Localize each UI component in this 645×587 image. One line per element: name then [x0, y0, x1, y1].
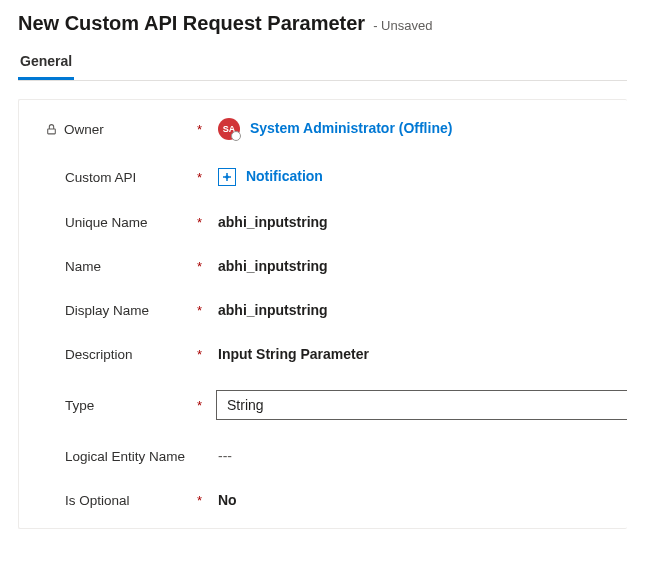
label-type: Type *: [33, 398, 216, 413]
entity-icon: [218, 168, 236, 186]
row-is-optional: Is Optional * No: [33, 492, 613, 508]
svg-point-1: [226, 176, 228, 178]
avatar: SA: [218, 118, 240, 140]
required-indicator: *: [197, 347, 202, 362]
is-optional-field[interactable]: No: [216, 492, 613, 508]
name-field[interactable]: abhi_inputstring: [216, 258, 613, 274]
page-header: New Custom API Request Parameter - Unsav…: [18, 12, 627, 35]
label-description: Description *: [33, 347, 216, 362]
owner-link[interactable]: System Administrator (Offline): [250, 120, 453, 136]
row-display-name: Display Name * abhi_inputstring: [33, 302, 613, 318]
row-description: Description * Input String Parameter: [33, 346, 613, 362]
custom-api-link[interactable]: Notification: [246, 168, 323, 184]
required-indicator: *: [197, 303, 202, 318]
lock-icon: [45, 123, 58, 136]
tab-bar: General: [18, 49, 627, 81]
required-indicator: *: [197, 122, 202, 137]
form-card: Owner * SA System Administrator (Offline…: [18, 99, 627, 529]
label-display-name: Display Name *: [33, 303, 216, 318]
required-indicator: *: [197, 259, 202, 274]
label-name: Name *: [33, 259, 216, 274]
value-custom-api[interactable]: Notification: [216, 168, 613, 186]
page-status: - Unsaved: [373, 18, 432, 33]
type-select[interactable]: String: [216, 390, 627, 420]
label-unique-name: Unique Name *: [33, 215, 216, 230]
description-field[interactable]: Input String Parameter: [216, 346, 613, 362]
display-name-field[interactable]: abhi_inputstring: [216, 302, 613, 318]
required-indicator: *: [197, 170, 202, 185]
unique-name-field[interactable]: abhi_inputstring: [216, 214, 613, 230]
required-indicator: *: [197, 493, 202, 508]
required-indicator: *: [197, 398, 202, 413]
value-owner[interactable]: SA System Administrator (Offline): [216, 118, 613, 140]
page-title: New Custom API Request Parameter: [18, 12, 365, 35]
tab-general[interactable]: General: [18, 49, 74, 80]
row-type: Type * String: [33, 390, 613, 420]
svg-rect-0: [48, 128, 56, 133]
required-indicator: *: [197, 215, 202, 230]
row-unique-name: Unique Name * abhi_inputstring: [33, 214, 613, 230]
row-owner: Owner * SA System Administrator (Offline…: [33, 118, 613, 140]
row-name: Name * abhi_inputstring: [33, 258, 613, 274]
label-logical-entity-name: Logical Entity Name: [33, 449, 216, 464]
row-logical-entity-name: Logical Entity Name ---: [33, 448, 613, 464]
row-custom-api: Custom API * Notification: [33, 168, 613, 186]
logical-entity-name-field[interactable]: ---: [216, 448, 613, 464]
label-is-optional: Is Optional *: [33, 493, 216, 508]
label-owner: Owner *: [33, 122, 216, 137]
label-custom-api: Custom API *: [33, 170, 216, 185]
